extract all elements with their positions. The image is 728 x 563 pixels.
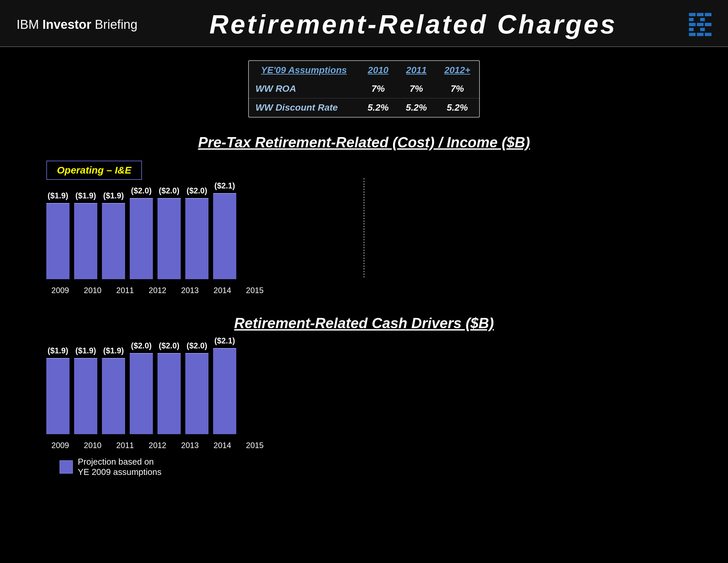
bar-year-label: 2011: [111, 441, 139, 450]
bar-year-label: 2009: [46, 286, 74, 295]
logo-stripe: [697, 13, 704, 16]
logo-stripe: [700, 28, 705, 31]
section1-bars: ($1.9)($1.9)($1.9)($2.0)($2.0)($2.0)($2.…: [46, 186, 236, 279]
bar-rect: [213, 348, 236, 434]
bar-rect: [74, 358, 97, 434]
bar-value: ($2.0): [159, 186, 180, 195]
bar-group: ($2.1): [213, 181, 236, 279]
bar-rect: [130, 353, 153, 434]
bar-value: ($2.0): [131, 186, 152, 195]
bar-year-label: 2010: [79, 441, 107, 450]
row1-2011: 7%: [397, 79, 435, 98]
row2-2011: 5.2%: [397, 98, 435, 117]
ibm-logo-row5: [689, 33, 711, 36]
row2-2010: 5.2%: [359, 98, 397, 117]
bar-year-label: 2012: [144, 286, 171, 295]
bar-year-label: 2014: [208, 286, 236, 295]
bar-value: ($1.9): [75, 191, 96, 200]
bar-year-label: 2015: [241, 286, 269, 295]
bar-group: ($2.0): [185, 341, 208, 434]
row2-label: WW Discount Rate: [249, 98, 359, 117]
bar-value: ($1.9): [48, 346, 68, 355]
ibm-logo-row3: [689, 23, 711, 26]
bar-year-label: 2009: [46, 441, 74, 450]
bar-rect: [74, 203, 97, 279]
logo-stripe: [697, 33, 704, 36]
bar-group: ($1.9): [74, 191, 97, 279]
ibm-logo-row4: [689, 28, 711, 31]
bar-group: ($2.0): [185, 186, 208, 279]
section2-bars: ($1.9)($1.9)($1.9)($2.0)($2.0)($2.0)($2.…: [46, 342, 682, 434]
section2: Retirement-Related Cash Drivers ($B) ($1…: [26, 315, 702, 477]
investor-bold: Investor: [42, 18, 91, 31]
section2-chart-wrapper: ($1.9)($1.9)($1.9)($2.0)($2.0)($2.0)($2.…: [26, 342, 702, 450]
logo-stripe: [689, 13, 696, 16]
page-title: Retirement-Related Charges: [137, 9, 689, 40]
bar-group: ($2.0): [130, 186, 153, 279]
bar-rect: [46, 203, 69, 279]
briefing-text: Briefing: [91, 18, 137, 31]
logo-gap: [695, 18, 699, 21]
table-row: WW ROA 7% 7% 7%: [249, 79, 479, 98]
section1-chart-left: Operating – I&E ($1.9)($1.9)($1.9)($2.0)…: [46, 161, 350, 295]
section2-title: Retirement-Related Cash Drivers ($B): [26, 315, 702, 332]
bar-rect: [213, 193, 236, 279]
logo-stripe: [705, 33, 711, 36]
col-header-2012: 2012+: [435, 61, 479, 79]
bar-group: ($1.9): [46, 346, 69, 434]
section1-years: 2009201020112012201320142015: [46, 283, 269, 295]
brand: IBM Investor Briefing: [17, 18, 137, 32]
col-header-2010: 2010: [359, 61, 397, 79]
col-header-2011: 2011: [397, 61, 435, 79]
legend-line1: Projection based on: [78, 457, 161, 467]
row1-label: WW ROA: [249, 79, 359, 98]
col-header-label: YE'09 Assumptions: [249, 61, 359, 79]
bar-value: ($2.1): [214, 181, 235, 190]
row1-2012: 7%: [435, 79, 479, 98]
bar-rect: [130, 198, 153, 279]
row2-2012: 5.2%: [435, 98, 479, 117]
logo-stripe: [689, 18, 694, 21]
bar-group: ($2.1): [213, 336, 236, 434]
bar-rect: [102, 203, 125, 279]
logo-stripe: [697, 23, 704, 26]
bar-rect: [185, 198, 208, 279]
bar-group: ($2.0): [158, 341, 181, 434]
legend: Projection based on YE 2009 assumptions: [26, 457, 702, 477]
bar-group: ($1.9): [102, 191, 125, 279]
bar-year-label: 2014: [208, 441, 236, 450]
ibm-logo-row2: [689, 18, 711, 21]
dotted-divider: [363, 178, 365, 277]
bar-group: ($1.9): [74, 346, 97, 434]
bar-year-label: 2013: [176, 441, 204, 450]
bar-rect: [158, 353, 181, 434]
logo-gap: [695, 28, 699, 31]
bar-year-label: 2010: [79, 286, 107, 295]
row1-2010: 7%: [359, 79, 397, 98]
section2-years: 2009201020112012201320142015: [46, 438, 682, 450]
table-row: WW Discount Rate 5.2% 5.2% 5.2%: [249, 98, 479, 117]
logo-stripe: [689, 33, 696, 36]
bar-rect: [46, 358, 69, 434]
legend-line2: YE 2009 assumptions: [78, 467, 161, 477]
bar-value: ($1.9): [75, 346, 96, 355]
operating-label: Operating – I&E: [46, 161, 142, 180]
bar-value: ($1.9): [103, 346, 124, 355]
bar-year-label: 2015: [241, 441, 269, 450]
logo-stripe: [689, 28, 694, 31]
bar-year-label: 2011: [111, 286, 139, 295]
bar-value: ($2.0): [187, 186, 207, 195]
bar-value: ($2.1): [214, 336, 235, 346]
ibm-brand-text: IBM Investor Briefing: [17, 18, 137, 32]
legend-box: [60, 460, 73, 474]
header: IBM Investor Briefing Retirement-Related…: [0, 0, 728, 47]
legend-text: Projection based on YE 2009 assumptions: [78, 457, 161, 477]
bar-value: ($1.9): [103, 191, 124, 200]
logo-stripe: [700, 18, 705, 21]
ibm-logo-row1: [689, 13, 711, 16]
bar-group: ($1.9): [46, 191, 69, 279]
assumptions-table: YE'09 Assumptions 2010 2011 2012+ WW ROA…: [248, 60, 480, 117]
logo-stripe: [689, 23, 696, 26]
bar-value: ($2.0): [159, 341, 180, 351]
bar-rect: [102, 358, 125, 434]
